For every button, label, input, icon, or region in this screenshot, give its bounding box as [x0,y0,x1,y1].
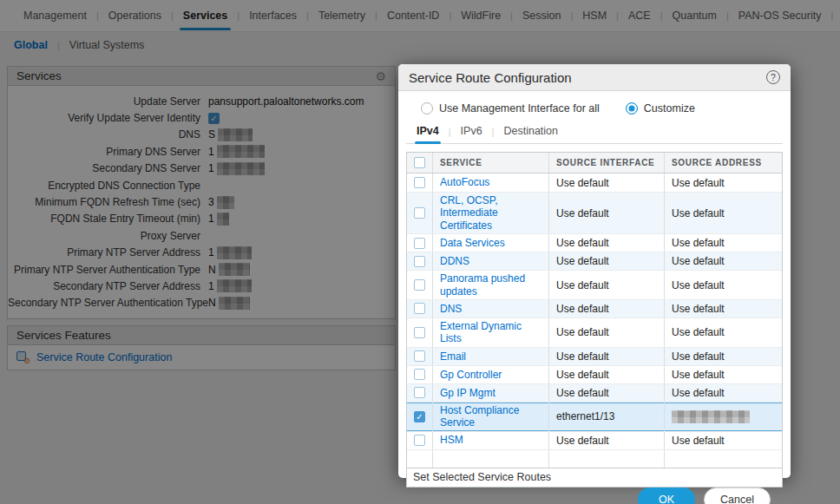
column-header-source-interface: SOURCE INTERFACE [549,153,665,173]
service-link[interactable]: HSM [440,434,463,446]
service-route-configuration-dialog: Service Route Configuration ? Use Manage… [398,64,791,478]
row-checkbox-cell [407,300,433,317]
table-row[interactable]: Panorama pushed updatesUse defaultUse de… [407,270,782,299]
row-checkbox[interactable] [414,238,425,249]
dialog-footer: OK Cancel [406,488,783,504]
source-interface-cell: Use default [549,271,665,299]
service-cell: Gp Controller [433,366,549,383]
select-all-checkbox[interactable] [414,157,425,168]
dialog-content: Use Management Interface for allCustomiz… [398,91,791,504]
dialog-tab-ipv6[interactable]: IPv6 [459,125,484,143]
dialog-titlebar: Service Route Configuration ? [398,64,791,91]
source-interface-cell: Use default [549,193,665,233]
row-checkbox-cell [407,271,433,299]
row-checkbox[interactable] [414,327,425,338]
row-checkbox[interactable] [414,435,425,446]
row-checkbox[interactable] [414,387,425,398]
service-link[interactable]: DDNS [440,255,469,267]
set-selected-service-routes-button[interactable]: Set Selected Service Routes [406,468,783,488]
row-checkbox[interactable] [414,207,425,219]
source-address-cell: Use default [665,252,782,270]
row-checkbox-cell [407,318,433,347]
source-address-cell: Use default [665,384,782,402]
source-interface-cell: Use default [549,432,665,449]
table-row[interactable]: HSMUse defaultUse default [407,431,782,449]
service-link[interactable]: Gp IP Mgmt [440,387,495,399]
radio-option-use-management-interface-for-all[interactable]: Use Management Interface for all [421,102,600,115]
dialog-tab-separator: | [492,127,495,143]
service-link[interactable]: DNS [440,303,462,315]
row-checkbox[interactable] [414,256,425,267]
source-interface-cell: ethernet1/13 [549,403,665,431]
table-row[interactable]: CRL, OCSP, Intermediate CertificatesUse … [407,192,782,233]
dialog-title: Service Route Configuration [409,70,572,85]
source-address-cell: Use default [665,366,782,383]
row-checkbox[interactable]: ✓ [414,411,425,422]
cancel-button[interactable]: Cancel [704,488,771,504]
row-checkbox[interactable] [414,177,425,188]
service-cell: DDNS [433,252,549,270]
source-address-cell: Use default [665,300,782,317]
table-row[interactable]: Data ServicesUse defaultUse default [407,233,782,252]
source-address-cell: Use default [665,271,782,299]
source-interface-cell: Use default [549,173,665,192]
row-checkbox[interactable] [414,350,425,362]
source-interface-cell: Use default [549,300,665,317]
service-cell: Panorama pushed updates [433,271,549,299]
radio-option-customize[interactable]: Customize [626,102,695,115]
row-checkbox-cell: ✓ [407,403,433,431]
service-cell: Data Services [433,234,549,252]
service-link[interactable]: CRL, OCSP, Intermediate Certificates [440,194,541,232]
service-link[interactable]: External Dynamic Lists [440,320,541,345]
table-row[interactable]: Gp IP MgmtUse defaultUse default [407,383,782,402]
radio-icon[interactable] [421,102,433,115]
table-filler-row [407,449,782,468]
row-checkbox-cell [407,432,433,449]
ok-button[interactable]: OK [638,488,695,504]
source-address-cell: Use default [665,193,782,233]
table-row[interactable]: External Dynamic ListsUse defaultUse def… [407,317,782,347]
row-checkbox-cell [407,384,433,402]
source-address-cell: Use default [665,432,782,449]
column-header-source-address: SOURCE ADDRESS [665,153,782,173]
service-cell: Email [433,348,549,365]
service-link[interactable]: Panorama pushed updates [440,272,541,298]
table-row[interactable]: DNSUse defaultUse default [407,299,782,317]
row-checkbox-cell [407,193,433,233]
radio-label: Customize [644,102,695,115]
service-cell: AutoFocus [433,173,549,192]
dialog-tab-destination[interactable]: Destination [502,125,560,143]
help-icon[interactable]: ? [766,70,780,84]
radio-label: Use Management Interface for all [439,102,600,115]
row-checkbox-cell [407,348,433,365]
source-address-cell: Use default [665,173,782,192]
column-header-service: SERVICE [433,153,549,173]
service-link[interactable]: Gp Controller [440,369,502,381]
table-row[interactable]: Gp ControllerUse defaultUse default [407,365,782,383]
radio-selected-icon[interactable] [626,102,638,115]
dialog-tabs: IPv4|IPv6|Destination [406,125,783,144]
service-cell: HSM [433,432,549,449]
service-cell: Gp IP Mgmt [433,384,549,402]
source-address-cell: Use default [665,234,782,252]
select-all-cell [407,153,433,173]
table-row[interactable]: AutoFocusUse defaultUse default [407,173,782,192]
service-link[interactable]: Host Compliance Service [440,404,541,429]
row-checkbox[interactable] [414,279,425,291]
service-link[interactable]: Email [440,350,466,363]
service-cell: External Dynamic Lists [433,318,549,347]
row-checkbox-cell [407,366,433,383]
source-interface-cell: Use default [549,318,665,347]
service-link[interactable]: AutoFocus [440,176,489,188]
table-row[interactable]: EmailUse defaultUse default [407,347,782,365]
source-interface-cell: Use default [549,384,665,402]
row-checkbox-cell [407,252,433,270]
table-header-row: SERVICE SOURCE INTERFACE SOURCE ADDRESS [407,153,782,173]
source-address-cell: Use default [665,318,782,347]
table-row[interactable]: ✓Host Compliance Serviceethernet1/13 [407,402,782,431]
table-row[interactable]: DDNSUse defaultUse default [407,252,782,270]
row-checkbox[interactable] [414,369,425,380]
row-checkbox[interactable] [414,303,425,314]
service-link[interactable]: Data Services [440,237,505,249]
dialog-tab-ipv4[interactable]: IPv4 [415,125,441,143]
